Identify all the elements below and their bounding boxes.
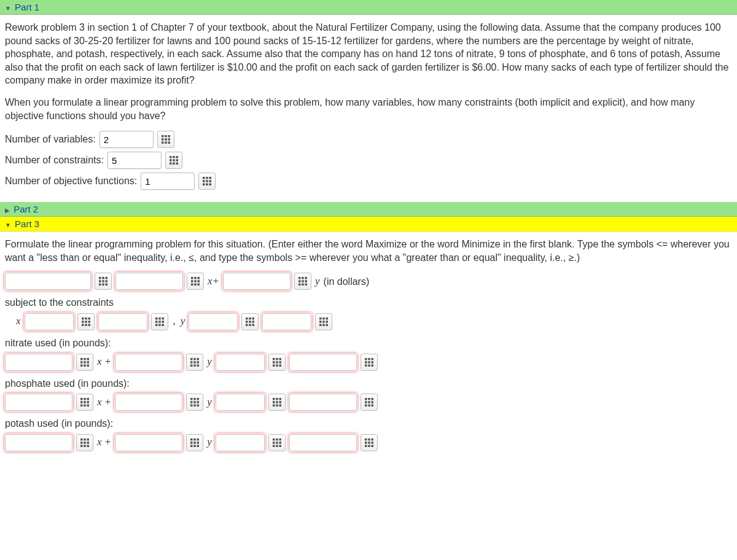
input-objective-verb[interactable] bbox=[5, 273, 91, 290]
svg-rect-80 bbox=[252, 324, 255, 326]
svg-rect-3 bbox=[162, 138, 164, 141]
svg-rect-7 bbox=[165, 142, 167, 144]
input-phosphate-ycoef[interactable] bbox=[115, 394, 182, 411]
keypad-icon[interactable] bbox=[361, 354, 378, 371]
keypad-icon[interactable] bbox=[95, 273, 112, 290]
keypad-icon[interactable] bbox=[294, 273, 311, 290]
collapse-triangle-down-icon: ▼ bbox=[5, 5, 11, 12]
part3-content: Formulate the linear programming problem… bbox=[0, 231, 737, 464]
keypad-icon[interactable] bbox=[268, 354, 286, 371]
svg-rect-190 bbox=[368, 438, 370, 441]
part3-header[interactable]: ▼ Part 3 bbox=[0, 217, 737, 231]
keypad-icon[interactable] bbox=[268, 434, 286, 451]
svg-rect-130 bbox=[84, 401, 86, 403]
input-y-bound[interactable] bbox=[262, 313, 311, 330]
input-coef-y[interactable] bbox=[223, 273, 291, 290]
svg-rect-126 bbox=[80, 398, 83, 400]
input-num-objectives[interactable] bbox=[141, 173, 195, 190]
keypad-icon[interactable] bbox=[241, 313, 259, 330]
keypad-icon[interactable] bbox=[76, 434, 93, 451]
keypad-icon[interactable] bbox=[76, 394, 93, 411]
input-potash-rhs[interactable] bbox=[289, 434, 357, 451]
input-y-rel[interactable] bbox=[189, 313, 238, 330]
keypad-icon[interactable] bbox=[186, 394, 203, 411]
svg-rect-122 bbox=[371, 361, 373, 364]
input-nitrate-rhs[interactable] bbox=[289, 354, 357, 371]
svg-rect-176 bbox=[197, 441, 200, 444]
svg-rect-41 bbox=[198, 281, 200, 283]
keypad-icon[interactable] bbox=[77, 313, 95, 330]
svg-rect-98 bbox=[87, 364, 90, 367]
keypad-icon[interactable] bbox=[165, 152, 182, 169]
svg-rect-31 bbox=[102, 281, 104, 283]
row-num-variables: Number of variables: bbox=[5, 131, 732, 148]
keypad-icon[interactable] bbox=[186, 354, 203, 371]
svg-rect-180 bbox=[273, 438, 275, 441]
part2-header[interactable]: ▶ Part 2 bbox=[0, 202, 737, 217]
keypad-icon[interactable] bbox=[361, 434, 378, 451]
input-num-variables[interactable] bbox=[99, 131, 154, 148]
svg-rect-143 bbox=[197, 405, 200, 407]
svg-rect-102 bbox=[190, 361, 193, 364]
svg-rect-51 bbox=[298, 284, 301, 286]
svg-rect-194 bbox=[371, 441, 373, 444]
keypad-icon[interactable] bbox=[268, 394, 286, 411]
svg-rect-66 bbox=[155, 321, 158, 323]
input-x-bound[interactable] bbox=[98, 313, 147, 330]
svg-rect-93 bbox=[80, 361, 83, 364]
input-phosphate-xcoef[interactable] bbox=[5, 394, 72, 411]
input-phosphate-rhs[interactable] bbox=[289, 394, 357, 411]
input-x-rel[interactable] bbox=[25, 313, 74, 330]
svg-rect-124 bbox=[368, 364, 370, 367]
part1-header[interactable]: ▼ Part 1 bbox=[0, 0, 737, 15]
input-phosphate-rel[interactable] bbox=[216, 394, 265, 411]
svg-rect-83 bbox=[326, 317, 329, 320]
svg-rect-114 bbox=[273, 364, 275, 367]
svg-rect-164 bbox=[87, 438, 90, 441]
keypad-icon[interactable] bbox=[198, 173, 216, 190]
svg-rect-134 bbox=[87, 405, 90, 407]
label-num-constraints: Number of constraints: bbox=[5, 154, 104, 167]
input-nitrate-rel[interactable] bbox=[216, 354, 265, 371]
svg-rect-115 bbox=[276, 364, 278, 367]
phosphate-label: phosphate used (in pounds): bbox=[5, 377, 732, 391]
svg-rect-150 bbox=[273, 405, 275, 407]
svg-rect-14 bbox=[176, 159, 178, 161]
svg-rect-1 bbox=[165, 135, 167, 138]
svg-rect-42 bbox=[191, 284, 193, 286]
keypad-icon[interactable] bbox=[151, 313, 168, 330]
svg-rect-43 bbox=[194, 284, 197, 286]
svg-rect-96 bbox=[80, 364, 83, 367]
math-x-plus: x + bbox=[97, 395, 111, 410]
svg-rect-2 bbox=[168, 135, 170, 138]
input-coef-x[interactable] bbox=[115, 273, 183, 290]
phosphate-row: x + y bbox=[5, 394, 732, 411]
svg-rect-142 bbox=[194, 405, 197, 407]
svg-rect-146 bbox=[279, 398, 281, 400]
svg-rect-27 bbox=[99, 277, 101, 279]
svg-rect-40 bbox=[194, 281, 197, 283]
input-num-constraints[interactable] bbox=[107, 152, 162, 169]
svg-rect-57 bbox=[82, 321, 84, 323]
svg-rect-21 bbox=[203, 180, 205, 182]
input-nitrate-xcoef[interactable] bbox=[5, 354, 72, 371]
svg-rect-170 bbox=[87, 445, 90, 447]
keypad-icon[interactable] bbox=[186, 434, 203, 451]
input-nitrate-ycoef[interactable] bbox=[115, 354, 182, 371]
input-potash-xcoef[interactable] bbox=[5, 434, 72, 451]
svg-rect-156 bbox=[365, 401, 367, 403]
svg-rect-50 bbox=[305, 281, 308, 283]
keypad-icon[interactable] bbox=[315, 313, 332, 330]
keypad-icon[interactable] bbox=[76, 354, 93, 371]
input-potash-rel[interactable] bbox=[216, 434, 265, 451]
keypad-icon[interactable] bbox=[157, 131, 174, 148]
svg-rect-158 bbox=[371, 401, 373, 403]
keypad-icon[interactable] bbox=[187, 273, 204, 290]
svg-rect-152 bbox=[279, 405, 281, 407]
math-x-plus: x + bbox=[97, 355, 111, 369]
svg-rect-105 bbox=[190, 364, 193, 367]
input-potash-ycoef[interactable] bbox=[115, 434, 182, 451]
svg-rect-141 bbox=[190, 405, 193, 407]
keypad-icon[interactable] bbox=[361, 394, 378, 411]
svg-rect-87 bbox=[319, 324, 322, 326]
